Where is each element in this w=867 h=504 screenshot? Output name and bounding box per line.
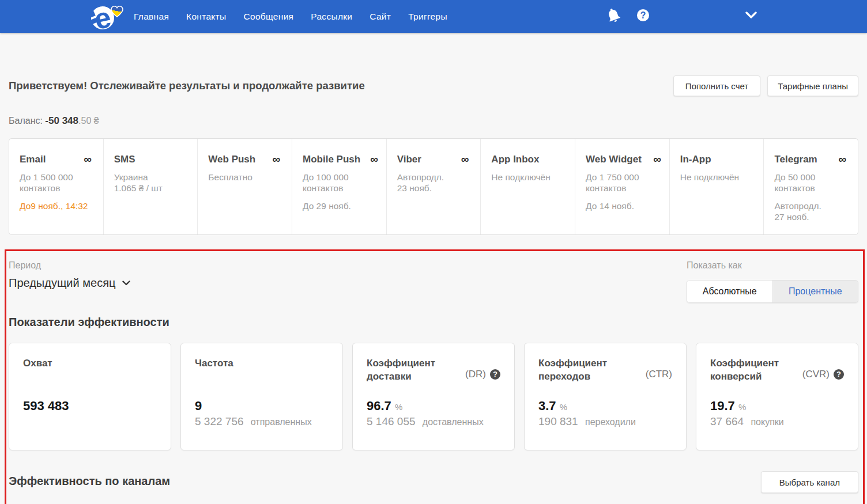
svg-text:e: e [92,3,114,33]
svg-text:?: ? [640,10,646,20]
